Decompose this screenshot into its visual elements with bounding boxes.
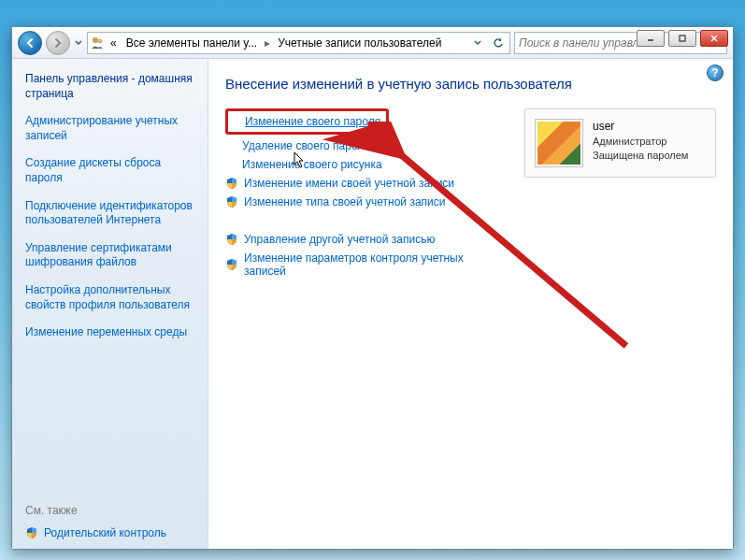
close-button[interactable] [700,30,728,47]
action-change-password[interactable]: Изменение своего пароля [245,112,380,131]
address-bar[interactable]: « Все элементы панели у... ▸ Учетные зап… [87,32,510,54]
sidebar-link-parental-control[interactable]: Родительский контроль [25,526,198,539]
action-change-name[interactable]: Изменение имени своей учетной записи [225,174,504,193]
shield-icon [25,526,38,539]
action-label: Изменение типа своей учетной записи [244,195,445,208]
sidebar-link-admin-accounts[interactable]: Администрирование учетных записей [25,114,198,143]
shield-icon [225,258,238,271]
maximize-button[interactable] [668,30,696,47]
user-status: Защищена паролем [593,149,688,163]
svg-rect-1 [680,36,685,41]
shield-icon [225,177,238,190]
breadcrumb-parent[interactable]: Все элементы панели у... [122,35,261,51]
sidebar-link-env-vars[interactable]: Изменение переменных среды [25,325,198,340]
user-account-card: user Администратор Защищена паролем [524,108,716,178]
action-delete-password[interactable]: Удаление своего пароля [225,136,504,155]
control-panel-window: « Все элементы панели у... ▸ Учетные зап… [11,26,734,550]
breadcrumb-root-chevrons[interactable]: « [107,35,121,51]
sidebar-link-certificates[interactable]: Управление сертификатами шифрования файл… [25,241,198,270]
sidebar-link-online-ids[interactable]: Подключение идентификаторов пользователе… [25,199,198,228]
svg-point-5 [98,38,103,43]
actions-list: Изменение своего пароля Удаление своего … [225,108,504,280]
action-label: Изменение параметров контроля учетных за… [244,251,504,278]
sidebar-link-profile-props[interactable]: Настройка дополнительных свойств профиля… [25,283,198,312]
user-accounts-icon [90,36,105,50]
breadcrumb-separator-icon[interactable]: ▸ [263,36,272,50]
shield-icon [225,195,238,208]
annotation-highlight: Изменение своего пароля [225,108,389,135]
page-heading: Внесение изменений в учетную запись поль… [225,76,716,92]
svg-point-4 [93,37,98,43]
refresh-button[interactable] [489,34,508,52]
sidebar-link-reset-disk[interactable]: Создание дискеты сброса пароля [25,156,198,185]
user-picture[interactable] [535,119,583,167]
action-uac-settings[interactable]: Изменение параметров контроля учетных за… [225,249,504,280]
action-change-picture[interactable]: Изменение своего рисунка [225,155,504,174]
action-manage-other[interactable]: Управление другой учетной записью [225,230,504,249]
action-label: Управление другой учетной записью [244,233,435,246]
action-label: Изменение имени своей учетной записи [244,177,454,190]
user-name: user [593,119,688,135]
user-role: Администратор [593,135,688,149]
nav-history-dropdown[interactable] [74,39,83,47]
main-content: ? Внесение изменений в учетную запись по… [208,59,733,549]
breadcrumb-current[interactable]: Учетные записи пользователей [274,35,445,51]
help-button[interactable]: ? [707,65,724,81]
minimize-button[interactable] [637,30,665,47]
nav-forward-button[interactable] [46,31,70,55]
address-dropdown-button[interactable] [468,34,487,52]
see-also-label: См. также [25,504,198,517]
navigation-bar: « Все элементы панели у... ▸ Учетные зап… [12,27,733,59]
sidebar: Панель управления - домашняя страница Ад… [12,59,208,549]
shield-icon [225,233,238,246]
sidebar-link-label: Родительский контроль [44,526,166,539]
sidebar-home-link[interactable]: Панель управления - домашняя страница [25,72,198,101]
action-change-type[interactable]: Изменение типа своей учетной записи [225,193,504,211]
nav-back-button[interactable] [18,31,42,55]
